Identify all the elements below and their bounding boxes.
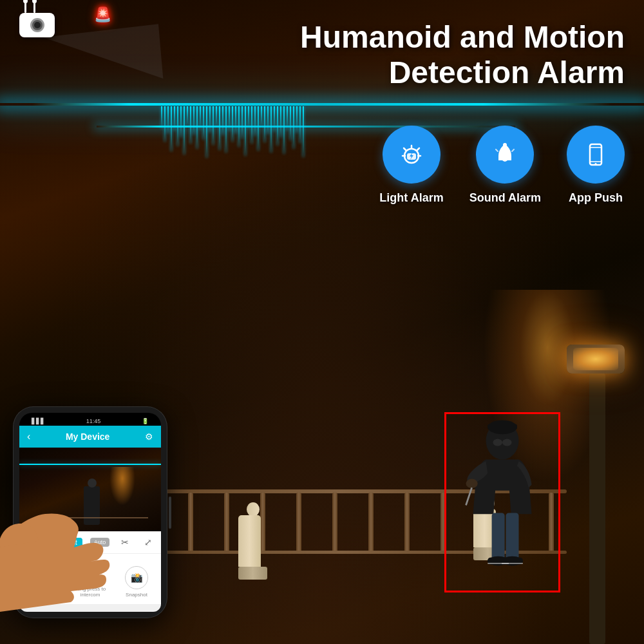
svg-line-3 xyxy=(417,148,419,150)
railing-post xyxy=(332,493,337,554)
svg-point-20 xyxy=(466,479,478,489)
title-line2: Detection Alarm xyxy=(300,55,625,90)
railing-post xyxy=(404,493,410,554)
camera-device-icon xyxy=(19,13,55,37)
light-alarm-label: Light Alarm xyxy=(379,191,443,205)
intruder-svg xyxy=(450,417,555,587)
lamp-post xyxy=(589,374,605,644)
status-battery: 🔋 xyxy=(142,418,149,424)
svg-line-10 xyxy=(512,149,514,151)
statue-body xyxy=(238,515,261,567)
alarm-flash: 🚨 xyxy=(94,6,111,23)
sound-alarm-icon xyxy=(489,139,520,170)
svg-rect-21 xyxy=(492,513,505,560)
snapshot-label: Snapshot xyxy=(126,592,147,598)
svg-line-4 xyxy=(404,148,406,150)
camera-body xyxy=(19,13,55,37)
feature-app-push: App Push xyxy=(567,126,625,205)
statue-base xyxy=(238,567,267,580)
camera-lens xyxy=(30,18,44,32)
svg-line-9 xyxy=(496,149,498,151)
sound-alarm-label: Sound Alarm xyxy=(469,191,541,205)
lamp-head xyxy=(564,335,634,374)
svg-rect-19 xyxy=(488,424,517,429)
railing-post xyxy=(224,493,229,554)
railing-post xyxy=(368,493,374,554)
lamp-housing xyxy=(567,345,625,374)
intruder-figure xyxy=(450,417,555,587)
feature-light-alarm: Light Alarm xyxy=(379,126,443,205)
feature-sound-alarm: Sound Alarm xyxy=(469,126,541,205)
svg-rect-22 xyxy=(506,513,518,560)
intruder-detection-area xyxy=(444,412,560,592)
hand-svg xyxy=(0,419,129,644)
light-alarm-icon xyxy=(396,139,427,170)
statue-left xyxy=(238,502,267,580)
app-push-icon xyxy=(580,139,611,170)
svg-point-16 xyxy=(493,439,502,446)
camera-antenna-left xyxy=(24,1,26,13)
title-line1: Humanoid and Motion xyxy=(300,19,625,55)
app-push-circle xyxy=(567,126,625,184)
features-row: Light Alarm Sound Alarm xyxy=(379,126,625,205)
sound-alarm-circle xyxy=(476,126,534,184)
svg-point-17 xyxy=(502,439,512,446)
detection-box xyxy=(444,412,560,592)
settings-icon[interactable]: ⚙ xyxy=(145,431,153,442)
light-alarm-circle xyxy=(383,126,440,184)
svg-line-29 xyxy=(466,488,472,505)
camera-antenna-right xyxy=(33,1,35,13)
statue-head xyxy=(247,502,260,516)
hand-holding xyxy=(0,419,129,644)
expand-button[interactable]: ⤢ xyxy=(140,535,156,549)
svg-point-14 xyxy=(595,163,597,165)
svg-point-7 xyxy=(503,143,507,147)
app-push-label: App Push xyxy=(569,191,623,205)
alarm-siren-icon: 🚨 xyxy=(90,14,115,35)
alarm-bell: 🚨 xyxy=(90,14,115,35)
page-title: Humanoid and Motion Detection Alarm xyxy=(300,19,625,90)
railing-post xyxy=(296,493,301,554)
